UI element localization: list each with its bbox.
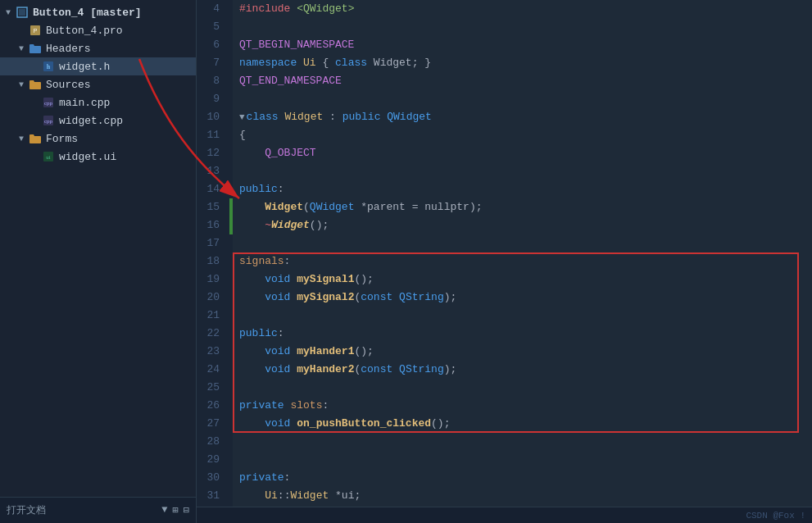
tree-item-forms[interactable]: ▼ Forms: [0, 130, 196, 148]
tree-label-headers: Headers: [46, 43, 91, 55]
tree-item-root[interactable]: ▼ Button_4 [master]: [0, 3, 196, 21]
code-line-28: [239, 433, 805, 451]
line-number-7: 7: [197, 54, 225, 72]
token: private: [239, 397, 290, 415]
code-line-30: private:: [239, 469, 805, 487]
token: mySignal1: [297, 271, 354, 289]
token: :: [323, 108, 342, 126]
line-number-5: 5: [197, 18, 225, 36]
token: (: [354, 289, 361, 307]
line-number-10: 10: [197, 108, 225, 126]
sidebar: ▼ Button_4 [master] P Button_4.pro ▼ Hea…: [0, 0, 197, 523]
token: QWidget: [387, 108, 432, 126]
token: Ui: [303, 54, 316, 72]
code-line-6: QT_BEGIN_NAMESPACE: [239, 36, 805, 54]
token: Widget; }: [367, 54, 431, 72]
tree-label-maincpp: main.cpp: [59, 97, 110, 109]
token: QT_BEGIN_NAMESPACE: [239, 36, 354, 54]
token: );: [444, 361, 457, 379]
line-number-21: 21: [197, 307, 225, 325]
code-line-7: namespace Ui { class Widget; }: [239, 54, 805, 72]
line-number-20: 20: [197, 289, 225, 307]
grid-icon[interactable]: ⊞: [173, 504, 179, 516]
expand-spacer-ui: [29, 152, 39, 161]
pro-file-icon: P: [28, 23, 43, 38]
svg-text:cpp: cpp: [44, 118, 53, 125]
code-line-29: [239, 451, 805, 469]
expand-spacer-widgetcpp: [29, 116, 39, 125]
token: QT_END_NAMESPACE: [239, 72, 342, 90]
tree-item-maincpp[interactable]: cpp main.cpp: [0, 93, 196, 111]
tree-item-sources[interactable]: ▼ Sources: [0, 75, 196, 93]
bottom-bar: 打开文档 ▼ ⊞ ⊟: [0, 497, 196, 523]
tree-item-widgetcpp[interactable]: cpp widget.cpp: [0, 111, 196, 130]
line-numbers: 4567891011121314151617181920212223242526…: [197, 0, 229, 507]
token: [239, 487, 265, 505]
token: ();: [354, 343, 373, 361]
bottom-bar-label: 打开文档: [7, 503, 155, 517]
forms-folder-icon: [28, 131, 43, 146]
token: mySignal2: [297, 289, 354, 307]
tree-label-sources: Sources: [46, 79, 91, 91]
token: public: [342, 108, 381, 126]
file-tree: ▼ Button_4 [master] P Button_4.pro ▼ Hea…: [0, 0, 196, 497]
token: ::: [278, 487, 291, 505]
token: );: [444, 289, 457, 307]
token: on_pushButton_clicked: [297, 415, 431, 433]
svg-rect-1: [19, 9, 25, 16]
line-number-22: 22: [197, 325, 225, 343]
line-number-28: 28: [197, 433, 225, 451]
token: class: [247, 108, 285, 126]
token: const: [361, 289, 392, 307]
code-lines[interactable]: #include <QWidget>QT_BEGIN_NAMESPACEname…: [233, 0, 812, 507]
token: [239, 415, 265, 433]
tree-label-widgeth: widget.h: [59, 61, 110, 73]
line-number-14: 14: [197, 180, 225, 198]
token: myHander2: [297, 361, 354, 379]
code-line-27: void on_pushButton_clicked();: [239, 415, 805, 433]
token: [239, 361, 265, 379]
tree-item-pro[interactable]: P Button_4.pro: [0, 21, 196, 39]
bottom-bar-icons: ▼ ⊞ ⊟: [161, 504, 189, 516]
collapse-btn-10[interactable]: ▼: [239, 108, 245, 126]
token: ();: [354, 271, 373, 289]
line-number-27: 27: [197, 415, 225, 433]
token: ();: [431, 415, 450, 433]
line-number-12: 12: [197, 144, 225, 162]
token: [380, 108, 387, 126]
code-line-26: private slots:: [239, 397, 805, 415]
line-number-13: 13: [197, 162, 225, 180]
token: [239, 216, 265, 234]
token: QString: [399, 289, 444, 307]
tree-item-widgetui[interactable]: ui widget.ui: [0, 148, 196, 166]
code-line-10: ▼class Widget : public QWidget: [239, 108, 805, 126]
expand-arrow-headers: ▼: [16, 43, 26, 53]
tree-item-widgeth[interactable]: h widget.h: [0, 57, 196, 75]
token: class: [335, 54, 367, 72]
tree-item-headers[interactable]: ▼ Headers: [0, 39, 196, 57]
token: :: [322, 397, 329, 415]
code-line-32: };: [239, 505, 805, 507]
tree-label-root: Button_4 [master]: [33, 7, 142, 19]
token: const: [361, 361, 392, 379]
token: *ui;: [329, 487, 361, 505]
dropdown-icon[interactable]: ▼: [161, 504, 167, 516]
token: :: [278, 325, 284, 343]
expand-spacer-pro: [16, 25, 26, 35]
collapse-icon[interactable]: ⊟: [184, 504, 189, 516]
tree-label-pro: Button_4.pro: [46, 25, 123, 37]
cpp-file-icon-widget: cpp: [41, 113, 56, 128]
token: myHander1: [297, 343, 354, 361]
token: :: [278, 180, 284, 198]
svg-text:P: P: [34, 28, 38, 34]
line-number-26: 26: [197, 397, 225, 415]
tree-label-widgetui: widget.ui: [59, 151, 116, 163]
token: public: [239, 325, 278, 343]
code-line-25: [239, 379, 805, 397]
token: Widget: [271, 216, 310, 234]
line-number-29: 29: [197, 451, 225, 469]
code-line-22: public:: [239, 325, 805, 343]
token: void: [265, 271, 297, 289]
code-area[interactable]: 4567891011121314151617181920212223242526…: [197, 0, 812, 507]
token: ~: [265, 216, 271, 234]
